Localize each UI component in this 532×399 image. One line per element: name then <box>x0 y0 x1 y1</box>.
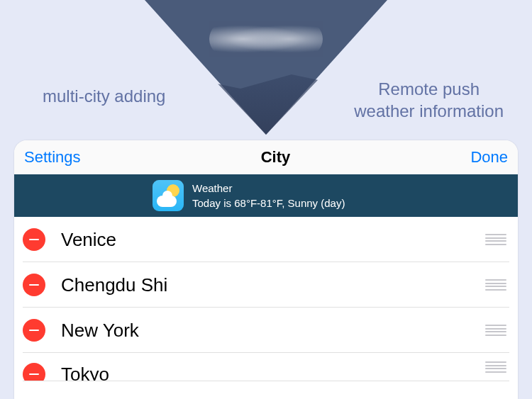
delete-button[interactable] <box>23 228 45 251</box>
marketing-right-line2: weather information <box>354 100 504 122</box>
city-row[interactable]: Chengdu Shi <box>14 262 518 308</box>
delete-button[interactable] <box>23 274 45 296</box>
reorder-handle[interactable] <box>485 361 506 373</box>
marketing-right-line1: Remote push <box>354 78 504 100</box>
weather-app-icon <box>153 180 184 211</box>
city-name: Chengdu Shi <box>61 274 485 296</box>
cloud-icon <box>157 196 177 207</box>
marketing-text-left: multi-city adding <box>43 86 165 106</box>
cloud-icon <box>209 21 323 57</box>
weather-banner[interactable]: Weather Today is 68°F-81°F, Sunny (day) <box>14 174 518 217</box>
done-button[interactable]: Done <box>470 148 508 167</box>
reorder-handle[interactable] <box>485 325 506 336</box>
city-list: Venice Chengdu Shi New York Tokyo <box>14 217 518 381</box>
delete-button[interactable] <box>23 363 45 381</box>
city-row[interactable]: New York <box>14 308 518 353</box>
city-name: Tokyo <box>61 364 485 382</box>
city-row[interactable]: Venice <box>14 217 518 262</box>
weather-detail: Today is 68°F-81°F, Sunny (day) <box>192 196 345 210</box>
page-title: City <box>261 148 291 167</box>
city-row[interactable]: Tokyo <box>14 353 518 381</box>
app-frame: Settings City Done Weather Today is 68°F… <box>14 140 518 399</box>
city-name: Venice <box>61 229 485 251</box>
marketing-text-right: Remote push weather information <box>354 78 504 122</box>
reorder-handle[interactable] <box>485 279 506 291</box>
weather-text: Weather Today is 68°F-81°F, Sunny (day) <box>192 181 345 210</box>
navbar: Settings City Done <box>14 140 518 174</box>
delete-button[interactable] <box>23 319 45 342</box>
city-name: New York <box>61 320 485 342</box>
settings-button[interactable]: Settings <box>24 148 81 167</box>
weather-title: Weather <box>192 181 345 196</box>
reorder-handle[interactable] <box>485 234 506 245</box>
